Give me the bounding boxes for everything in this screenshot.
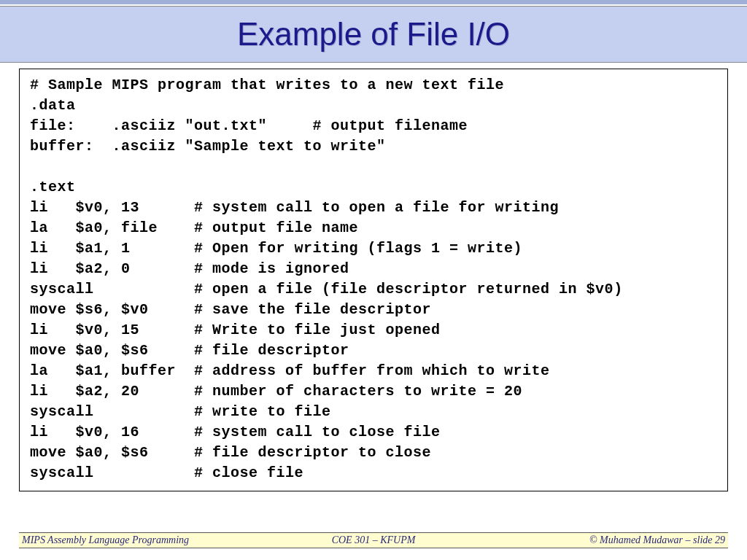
footer: MIPS Assembly Language Programming COE 3…: [19, 532, 728, 548]
slide-title: Example of File I/O: [237, 16, 510, 52]
footer-right: © Muhamed Mudawar – slide 29: [491, 534, 725, 546]
footer-center: COE 301 – KFUPM: [256, 534, 490, 546]
code-listing: # Sample MIPS program that writes to a n…: [19, 69, 728, 491]
slide: Example of File I/O # Sample MIPS progra…: [0, 0, 747, 560]
title-band: Example of File I/O: [0, 6, 747, 63]
footer-left: MIPS Assembly Language Programming: [22, 534, 256, 546]
